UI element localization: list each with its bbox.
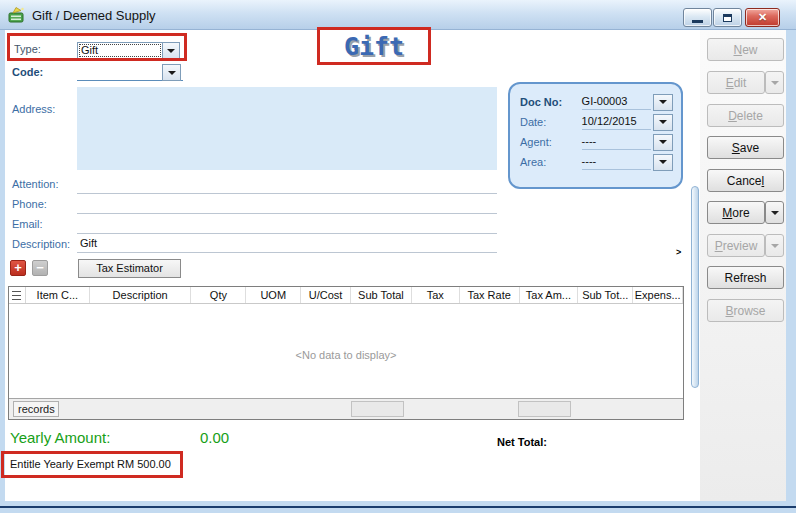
maximize-button[interactable]: [713, 8, 742, 27]
date-dropdown-button[interactable]: [653, 114, 673, 131]
doc-no-value[interactable]: GI-00003: [582, 95, 652, 110]
attention-label: Attention:: [12, 178, 58, 190]
column-chooser-button[interactable]: [9, 287, 26, 303]
panel-splitter-handle[interactable]: [691, 186, 699, 388]
preview-button[interactable]: Preview: [707, 234, 765, 257]
type-value: Gift: [78, 43, 162, 58]
agent-label: Agent:: [520, 136, 582, 148]
plus-icon: +: [14, 260, 22, 275]
document-info-panel: Doc No: GI-00003 Date: 10/12/2015 Agent:…: [508, 82, 683, 189]
more-dropdown-button[interactable]: [765, 201, 784, 224]
phone-label: Phone:: [12, 198, 47, 210]
remove-row-button[interactable]: −: [32, 260, 48, 276]
grid-column-header-4[interactable]: U/Cost: [301, 287, 351, 303]
chevron-down-icon: [659, 160, 667, 164]
new-button[interactable]: New: [707, 38, 784, 61]
attention-input[interactable]: [77, 178, 497, 194]
chevron-down-icon: [771, 244, 779, 248]
close-button[interactable]: ✕: [745, 8, 780, 27]
type-dropdown-button[interactable]: [162, 43, 179, 58]
area-row: Area: ----: [520, 152, 673, 172]
restore-icon: [723, 14, 732, 22]
area-value[interactable]: ----: [582, 155, 652, 170]
grid-column-header-0[interactable]: Item C...: [26, 287, 90, 303]
collapse-arrow-icon: >: [676, 247, 681, 257]
delete-button[interactable]: Delete: [707, 104, 784, 127]
grid-column-header-1[interactable]: Description: [90, 287, 192, 303]
grid-body[interactable]: <No data to display>: [9, 304, 683, 398]
chevron-down-icon: [771, 211, 779, 215]
type-label: Type:: [14, 43, 41, 55]
window-icon: [8, 6, 26, 24]
code-label: Code:: [12, 66, 43, 78]
add-row-button[interactable]: +: [10, 260, 26, 276]
chevron-down-icon: [168, 71, 176, 75]
net-total-label: Net Total:: [497, 436, 547, 448]
save-button[interactable]: Save: [707, 136, 784, 159]
email-input[interactable]: [77, 218, 497, 234]
date-label: Date:: [520, 116, 582, 128]
refresh-button[interactable]: Refresh: [707, 266, 784, 289]
description-label: Description:: [12, 238, 70, 250]
tax-estimator-button[interactable]: Tax Estimator: [78, 259, 181, 278]
chevron-down-icon: [167, 49, 175, 53]
doc-no-row: Doc No: GI-00003: [520, 92, 673, 112]
window-bottom-border: [0, 506, 796, 508]
chevron-down-icon: [659, 100, 667, 104]
minus-icon: −: [36, 260, 44, 275]
grid-column-header-7[interactable]: Tax Rate: [460, 287, 520, 303]
chevron-down-icon: [659, 140, 667, 144]
date-row: Date: 10/12/2015: [520, 112, 673, 132]
doc-no-label: Doc No:: [520, 96, 582, 108]
phone-input[interactable]: [77, 198, 497, 214]
browse-button[interactable]: Browse: [707, 299, 784, 322]
edit-button[interactable]: Edit: [707, 71, 765, 94]
app-window: Gift / Deemed Supply ✕ Type: Gift Code: …: [0, 0, 796, 513]
description-input[interactable]: Gift: [77, 237, 497, 253]
grid-header-row: Item C...DescriptionQtyUOMU/CostSub Tota…: [9, 287, 683, 304]
address-label: Address:: [12, 103, 55, 115]
grid-column-header-6[interactable]: Tax: [412, 287, 460, 303]
minimize-icon: [692, 20, 703, 23]
grid-column-header-8[interactable]: Tax Am...: [520, 287, 579, 303]
close-icon: ✕: [758, 11, 767, 24]
empty-grid-message: <No data to display>: [9, 349, 683, 361]
chevron-down-icon: [659, 120, 667, 124]
email-label: Email:: [12, 218, 43, 230]
grid-column-header-2[interactable]: Qty: [191, 287, 246, 303]
column-chooser-icon: [12, 291, 21, 300]
chevron-down-icon: [771, 81, 779, 85]
more-button[interactable]: More: [707, 201, 765, 224]
window-title: Gift / Deemed Supply: [32, 8, 156, 23]
code-dropdown-button[interactable]: [162, 64, 181, 81]
items-grid: Item C...DescriptionQtyUOMU/CostSub Tota…: [8, 286, 684, 420]
subtotal-summary-cell: [351, 401, 404, 417]
doc-no-dropdown-button[interactable]: [653, 94, 673, 111]
area-label: Area:: [520, 156, 582, 168]
address-input[interactable]: [77, 87, 497, 170]
agent-dropdown-button[interactable]: [653, 134, 673, 151]
yearly-amount-value: 0.00: [200, 429, 229, 446]
grid-footer: records: [9, 398, 683, 419]
area-dropdown-button[interactable]: [653, 154, 673, 171]
date-value[interactable]: 10/12/2015: [582, 115, 652, 130]
grid-column-header-3[interactable]: UOM: [246, 287, 301, 303]
grid-column-header-9[interactable]: Sub Tot...: [578, 287, 633, 303]
agent-value[interactable]: ----: [582, 135, 652, 150]
grid-column-header-10[interactable]: Expens...: [633, 287, 683, 303]
grid-column-header-5[interactable]: Sub Total: [351, 287, 412, 303]
preview-dropdown-button[interactable]: [765, 234, 784, 257]
title-bar: Gift / Deemed Supply ✕: [0, 0, 796, 30]
tax-amount-summary-cell: [518, 401, 571, 417]
exempt-note-text: Entitle Yearly Exempt RM 500.00: [10, 458, 171, 470]
cancel-button[interactable]: Cancel: [707, 169, 784, 192]
edit-dropdown-button[interactable]: [765, 71, 784, 94]
records-count-box: records: [13, 401, 59, 417]
type-combobox[interactable]: Gift: [77, 42, 180, 59]
agent-row: Agent: ----: [520, 132, 673, 152]
yearly-amount-label: Yearly Amount:: [10, 429, 110, 446]
minimize-button[interactable]: [683, 8, 712, 27]
